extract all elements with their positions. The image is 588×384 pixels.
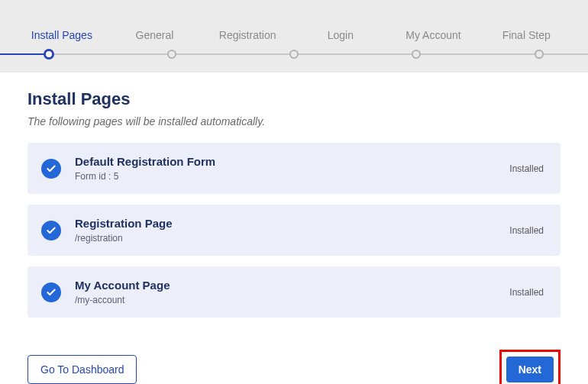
install-card: Default Registration Form Form id : 5 In… [27,143,561,194]
step-dot [289,50,299,59]
step-label: Install Pages [31,29,92,41]
check-icon [41,282,61,302]
footer: Go To Dashboard Next [0,342,588,384]
stepper-bar: Install Pages General Registration Login… [0,0,588,73]
step-general[interactable]: General [108,29,202,60]
step-install-pages[interactable]: Install Pages [15,29,108,60]
card-text: My Account Page /my-account [75,279,509,305]
step-dot [412,50,421,59]
page-title: Install Pages [27,89,561,109]
card-sub: /my-account [75,295,509,305]
go-to-dashboard-button[interactable]: Go To Dashboard [27,355,137,384]
install-card: Registration Page /registration Installe… [27,205,561,256]
check-icon [41,159,61,179]
card-title: Default Registration Form [75,155,509,168]
card-sub: Form id : 5 [75,171,509,182]
card-text: Default Registration Form Form id : 5 [75,155,509,182]
step-label: Final Step [502,29,551,41]
stepper-line [0,53,588,55]
step-login[interactable]: Login [294,29,387,60]
content-area: Install Pages The following pages will b… [0,73,588,342]
card-status: Installed [509,287,544,298]
step-label: My Account [405,29,460,41]
step-dot [167,50,176,59]
card-title: My Account Page [75,279,509,292]
step-label: General [136,29,174,41]
step-dot [535,50,544,59]
card-title: Registration Page [75,217,509,230]
step-label: Login [328,29,354,41]
card-status: Installed [509,225,544,236]
install-card: My Account Page /my-account Installed [27,266,561,318]
step-final[interactable]: Final Step [480,29,573,60]
step-dot-active [44,49,54,60]
step-my-account[interactable]: My Account [387,29,480,60]
card-text: Registration Page /registration [75,217,509,244]
next-button[interactable]: Next [506,357,554,382]
step-label: Registration [219,29,276,41]
next-highlight-box: Next [499,350,561,384]
card-sub: /registration [75,233,509,244]
check-icon [41,221,61,240]
page-description: The following pages will be installed au… [27,115,561,127]
step-registration[interactable]: Registration [201,29,294,60]
card-status: Installed [509,163,544,174]
